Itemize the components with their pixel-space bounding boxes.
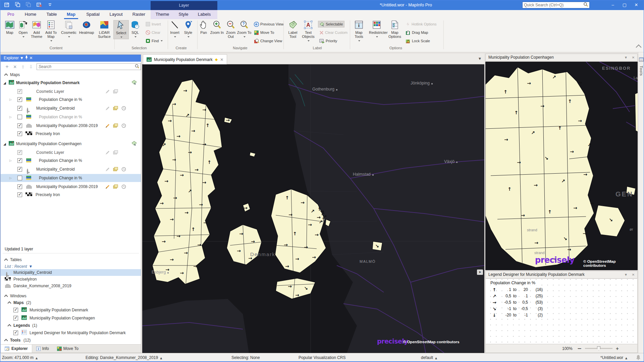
zoom-in-button[interactable]: Zoom In [209, 20, 225, 35]
window-menu-icon[interactable]: ▼ [623, 271, 629, 278]
redistricter-button[interactable]: Redistricter [369, 20, 384, 39]
layer-row-theme-2[interactable]: ▷Population Change in % [1, 113, 141, 121]
status-workspace[interactable]: *Untitled.wor▲ [600, 355, 627, 360]
bottom-tab-info[interactable]: iInfo [32, 345, 53, 353]
text-objects-button[interactable]: AText Objects [301, 20, 316, 43]
table-row-preciselyiron[interactable]: PreciselyIron [1, 276, 141, 283]
tab-labels[interactable]: Labels [196, 10, 213, 19]
selectable-button[interactable]: Selectable [318, 21, 344, 27]
window-close-icon[interactable]: ✕ [630, 271, 637, 278]
map-canvas-copenhagen[interactable]: ↑→↗→↑→↑→↗↑→→↘→↗↑→↗→→↑→→→↘→→→↘ ESINGBORLa… [485, 62, 638, 270]
map-flight-icon[interactable]: ➤ [477, 269, 483, 275]
editable-icon[interactable] [105, 106, 110, 111]
tab-pro[interactable]: Pro [5, 10, 16, 19]
copy-map-window-icon[interactable] [15, 2, 21, 8]
subsection-legends[interactable]: Legends(1) [1, 321, 141, 329]
quick-search[interactable] [522, 2, 590, 8]
subsection-maps[interactable]: Maps(2) [1, 299, 141, 307]
collapsed-icon[interactable]: ▷ [9, 98, 12, 101]
label-tool-button[interactable]: Label Tool [285, 20, 301, 39]
editable-icon[interactable] [105, 150, 110, 155]
layer-row-municipality-2[interactable]: Municipality Population 2008-2019 [1, 183, 141, 191]
layer-control-icon[interactable] [113, 123, 118, 128]
layer-row-precisely-2[interactable]: Precisely Iron [1, 191, 141, 199]
layer-checkbox[interactable] [17, 167, 22, 172]
map-canvas-denmark[interactable]: →↑→→↗→↑→→↗→→→↑→→→→↗→→→→→→↑→→→→→→→→→→→→→→… [142, 64, 484, 353]
previous-view-button[interactable]: Previous View [253, 21, 285, 27]
heatmap-button[interactable]: Heatmap [79, 20, 94, 35]
tab-theme[interactable]: Theme [154, 10, 171, 19]
find-button[interactable]: Find [144, 38, 164, 44]
drag-map-button[interactable]: Drag Map [404, 29, 429, 36]
layer-control-icon[interactable] [113, 184, 118, 189]
zoom-layering-icon[interactable] [121, 184, 126, 189]
collapsed-icon[interactable]: ▷ [9, 176, 12, 180]
editing-icon[interactable] [105, 184, 110, 189]
editable-icon[interactable] [105, 167, 110, 172]
tab-home[interactable]: Home [23, 10, 39, 19]
remove-icon[interactable]: ✕ [13, 64, 17, 69]
layer-row-centroid-1[interactable]: Municipality_Centroid [1, 104, 141, 112]
zoom-in-icon[interactable]: + [616, 346, 619, 351]
layer-row-municipality-1[interactable]: Municipality Population 2008-2019 [1, 122, 141, 130]
layer-checkbox[interactable] [17, 150, 22, 155]
layer-control-icon[interactable] [113, 150, 118, 155]
collapsed-icon[interactable]: ▷ [9, 159, 12, 162]
explorer-search-input[interactable] [37, 64, 133, 69]
explorer-menu-icon[interactable]: ▼ [20, 56, 24, 60]
change-view-button[interactable]: Change View [253, 38, 283, 44]
zoom-layering-icon[interactable] [121, 167, 126, 172]
window-checkbox[interactable] [13, 330, 18, 335]
collapsed-icon[interactable]: ▷ [9, 115, 12, 119]
layer-checkbox[interactable] [17, 89, 22, 94]
layer-checkbox[interactable] [17, 97, 22, 102]
tab-style[interactable]: Style [177, 10, 191, 19]
map-group-copenhagen[interactable]: ◢Municipality Population Copenhagen [1, 140, 141, 148]
layer-checkbox[interactable] [17, 158, 22, 163]
map-legend-icon[interactable] [131, 80, 137, 86]
customize-qat-icon[interactable] [47, 2, 53, 8]
sql-button[interactable]: *SQL [127, 20, 143, 39]
layer-checkbox[interactable] [17, 106, 22, 111]
zoom-to-button[interactable]: ?Zoom To [236, 20, 252, 39]
pin-icon[interactable] [25, 56, 28, 60]
tab-raster[interactable]: Raster [130, 10, 147, 19]
expanded-icon[interactable]: ◢ [3, 142, 6, 146]
copenhagen-window-header[interactable]: Municipality Population Copenhagen ▼ ✕ [485, 54, 638, 61]
map-tools-button[interactable]: iMap Tools [351, 20, 367, 43]
window-checkbox[interactable] [13, 316, 18, 320]
zoom-layering-icon[interactable] [121, 106, 126, 111]
notification-bell-icon[interactable] [636, 355, 641, 361]
maximize-button[interactable]: ▢ [619, 0, 630, 10]
zoom-layering-icon[interactable] [121, 123, 126, 128]
tab-map[interactable]: Map [65, 10, 77, 19]
tools-side-strip[interactable]: Tools [638, 52, 644, 353]
bottom-tab-move-to[interactable]: Move To [53, 345, 83, 353]
add-icon[interactable]: + [5, 64, 9, 70]
layer-row-theme-1[interactable]: ▷Population Change in % [1, 96, 141, 104]
lidar-surface-button[interactable]: LiDAR Surface [97, 20, 112, 39]
explorer-close-icon[interactable]: ✕ [30, 56, 33, 60]
status-editing[interactable]: Editing: Danske_Kommuner_2008_2019▲ [86, 355, 162, 360]
layer-control-icon[interactable] [113, 106, 118, 111]
layer-row-theme-4-selected[interactable]: ▷Population Change in % [1, 174, 141, 182]
map-group-denmark[interactable]: ◢Municipality Population Denmark [1, 79, 141, 87]
tab-layout[interactable]: Layout [107, 10, 124, 19]
style-button[interactable]: Style [180, 20, 196, 39]
select-button[interactable]: Select [113, 20, 129, 39]
search-icon[interactable] [582, 2, 589, 8]
status-crs[interactable]: Popular Visualization CRS [299, 355, 346, 360]
window-menu-icon[interactable]: ▼ [623, 54, 629, 61]
layer-control-icon[interactable] [113, 167, 118, 172]
add-to-map-button[interactable]: Add To Map [43, 20, 59, 43]
window-close-icon[interactable]: ✕ [630, 54, 637, 61]
zoom-slider[interactable] [585, 348, 612, 349]
table-row-centroid[interactable]: Municipality_Centroid [1, 269, 141, 276]
layer-row-precisely-1[interactable]: Precisely Iron [1, 130, 141, 138]
expanded-icon[interactable]: ◢ [3, 81, 6, 85]
move-to-button[interactable]: Move To [253, 29, 275, 36]
close-table-icon[interactable] [36, 2, 42, 8]
tab-spatial[interactable]: Spatial [84, 10, 102, 19]
editable-icon[interactable] [105, 89, 110, 94]
editing-icon[interactable] [105, 123, 110, 128]
